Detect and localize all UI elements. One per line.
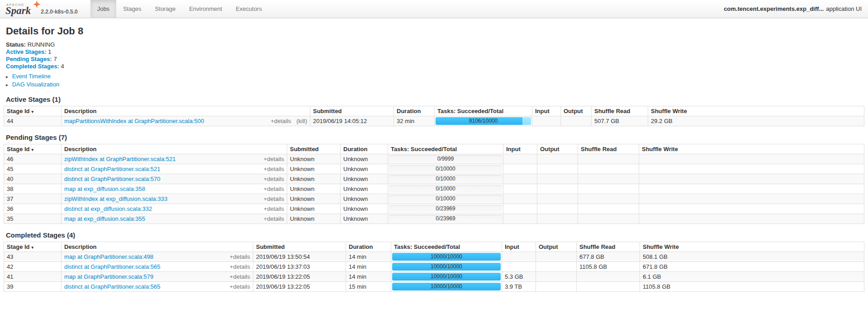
stage-description-link[interactable]: zipWithIndex at exp_diffusion.scala:333 bbox=[64, 195, 167, 202]
column-header-input[interactable]: Input bbox=[503, 144, 537, 154]
stage-row: 40 distinct at GraphPartitioner.scala:57… bbox=[4, 174, 864, 184]
stage-row: 42 distinct at GraphPartitioner.scala:56… bbox=[4, 262, 864, 272]
stage-description-link[interactable]: map at exp_diffusion.scala:358 bbox=[64, 186, 145, 192]
shuffle-write-cell bbox=[639, 174, 864, 184]
stage-description-link[interactable]: mapPartitionsWithIndex at GraphPartition… bbox=[64, 118, 204, 124]
details-toggle[interactable]: +details bbox=[230, 273, 250, 280]
column-header-input[interactable]: Input bbox=[502, 242, 536, 252]
details-toggle[interactable]: +details bbox=[270, 118, 291, 124]
column-header-description[interactable]: Description bbox=[62, 106, 310, 116]
stage-id-cell: 41 bbox=[4, 272, 62, 282]
column-header-tasks-succeeded-total[interactable]: Tasks: Succeeded/Total bbox=[388, 144, 503, 154]
duration-cell: 32 min bbox=[394, 116, 435, 126]
column-header-tasks-succeeded-total[interactable]: Tasks: Succeeded/Total bbox=[391, 242, 502, 252]
tasks-cell: 0/10000 bbox=[388, 194, 503, 204]
column-header-input[interactable]: Input bbox=[532, 106, 561, 116]
details-toggle[interactable]: +details bbox=[264, 176, 284, 182]
navbar-tabs: Jobs Stages Storage Environment Executor… bbox=[90, 0, 269, 18]
column-header-description[interactable]: Description bbox=[62, 242, 253, 252]
dag-visualization-toggle[interactable]: ▸ DAG Visualization bbox=[6, 81, 864, 88]
tasks-cell: 0/10000 bbox=[388, 174, 503, 184]
column-header-shuffle-write[interactable]: Shuffle Write bbox=[648, 106, 864, 116]
column-header-submitted[interactable]: Submitted bbox=[253, 242, 346, 252]
column-header-label: Tasks: Succeeded/Total bbox=[391, 146, 457, 152]
top-navbar: APACHE Spark 2.2.0-k8s-0.5.0 Jobs Stages… bbox=[0, 0, 868, 18]
details-toggle[interactable]: +details bbox=[264, 215, 284, 222]
column-header-duration[interactable]: Duration bbox=[341, 144, 388, 154]
spark-version: 2.2.0-k8s-0.5.0 bbox=[41, 9, 77, 15]
active-stages-link[interactable]: Active Stages: bbox=[6, 48, 47, 55]
expand-arrow-icon: ▸ bbox=[6, 82, 8, 87]
column-header-output[interactable]: Output bbox=[537, 144, 578, 154]
column-header-output[interactable]: Output bbox=[561, 106, 592, 116]
stage-description-link[interactable]: distinct at GraphPartitioner.scala:565 bbox=[64, 283, 160, 290]
pending-stages-table: Stage Id▾DescriptionSubmittedDurationTas… bbox=[4, 144, 864, 224]
details-toggle[interactable]: +details bbox=[264, 205, 284, 212]
column-header-shuffle-read[interactable]: Shuffle Read bbox=[578, 144, 639, 154]
description-actions: +details bbox=[264, 186, 284, 192]
submitted-cell: 2019/06/19 13:37:03 bbox=[253, 262, 346, 272]
task-progress-bar: 0/10000 bbox=[389, 195, 502, 203]
column-header-submitted[interactable]: Submitted bbox=[310, 106, 394, 116]
details-toggle[interactable]: +details bbox=[264, 186, 284, 192]
details-toggle[interactable]: +details bbox=[264, 156, 284, 162]
column-header-description[interactable]: Description bbox=[62, 144, 287, 154]
column-header-label: Duration bbox=[349, 243, 373, 250]
details-toggle[interactable]: +details bbox=[230, 283, 250, 290]
tab-stages-link[interactable]: Stages bbox=[116, 0, 148, 18]
tab-storage-link[interactable]: Storage bbox=[148, 0, 183, 18]
column-header-duration[interactable]: Duration bbox=[394, 106, 435, 116]
tab-executors-link[interactable]: Executors bbox=[229, 0, 269, 18]
column-header-submitted[interactable]: Submitted bbox=[287, 144, 341, 154]
input-cell bbox=[532, 116, 561, 126]
details-toggle[interactable]: +details bbox=[230, 253, 250, 260]
details-toggle[interactable]: +details bbox=[264, 166, 284, 172]
column-header-duration[interactable]: Duration bbox=[346, 242, 391, 252]
stage-description-link[interactable]: zipWithIndex at GraphPartitioner.scala:5… bbox=[64, 156, 175, 162]
details-toggle[interactable]: +details bbox=[230, 263, 250, 270]
stage-description-link[interactable]: distinct at GraphPartitioner.scala:521 bbox=[64, 166, 160, 172]
column-header-shuffle-write[interactable]: Shuffle Write bbox=[640, 242, 864, 252]
completed-stages-link[interactable]: Completed Stages: bbox=[6, 63, 59, 70]
column-header-shuffle-write[interactable]: Shuffle Write bbox=[639, 144, 864, 154]
column-header-shuffle-read[interactable]: Shuffle Read bbox=[577, 242, 640, 252]
pending-stages-link[interactable]: Pending Stages: bbox=[6, 56, 52, 62]
dag-visualization-link[interactable]: DAG Visualization bbox=[12, 81, 60, 88]
input-cell bbox=[503, 194, 537, 204]
column-header-stage-id[interactable]: Stage Id▾ bbox=[4, 242, 62, 252]
event-timeline-link[interactable]: Event Timeline bbox=[12, 73, 51, 80]
stage-id-cell: 44 bbox=[4, 116, 62, 126]
description-actions: +details bbox=[230, 283, 250, 290]
output-cell bbox=[537, 184, 578, 194]
stage-description-link[interactable]: map at GraphPartitioner.scala:579 bbox=[64, 273, 153, 280]
kill-link[interactable]: (kill) bbox=[296, 118, 307, 124]
column-header-stage-id[interactable]: Stage Id▾ bbox=[4, 106, 62, 116]
completed-stages-section-title: Completed Stages (4) bbox=[6, 231, 864, 239]
stage-description-link[interactable]: map at GraphPartitioner.scala:498 bbox=[64, 253, 153, 260]
task-progress-label: 10000/10000 bbox=[392, 273, 501, 281]
tasks-cell: 10000/10000 bbox=[391, 262, 502, 272]
column-header-output[interactable]: Output bbox=[536, 242, 577, 252]
task-progress-bar: 9106/10000 bbox=[436, 117, 531, 125]
stage-description-link[interactable]: map at exp_diffusion.scala:355 bbox=[64, 215, 145, 222]
event-timeline-toggle[interactable]: ▸ Event Timeline bbox=[6, 73, 864, 80]
stage-id-cell: 37 bbox=[4, 194, 62, 204]
column-header-stage-id[interactable]: Stage Id▾ bbox=[4, 144, 62, 154]
shuffle-write-cell: 508.1 GB bbox=[640, 252, 864, 262]
task-progress-bar: 0/9999 bbox=[389, 155, 502, 163]
column-header-tasks-succeeded-total[interactable]: Tasks: Succeeded/Total bbox=[435, 106, 532, 116]
details-toggle[interactable]: +details bbox=[264, 195, 284, 202]
tab-environment-link[interactable]: Environment bbox=[182, 0, 229, 18]
tab-jobs-link[interactable]: Jobs bbox=[90, 0, 116, 18]
stage-description-link[interactable]: distinct at GraphPartitioner.scala:565 bbox=[64, 263, 160, 270]
active-stages-section-title: Active Stages (1) bbox=[6, 95, 864, 103]
description-cell: map at GraphPartitioner.scala:498 +detai… bbox=[62, 252, 253, 262]
column-header-label: Description bbox=[64, 146, 97, 152]
duration-cell: Unknown bbox=[341, 214, 388, 224]
stage-description-link[interactable]: distinct at GraphPartitioner.scala:570 bbox=[64, 176, 160, 182]
shuffle-write-cell bbox=[639, 164, 864, 174]
tasks-cell: 10000/10000 bbox=[391, 282, 502, 292]
stage-description-link[interactable]: distinct at exp_diffusion.scala:332 bbox=[64, 205, 152, 212]
column-header-shuffle-read[interactable]: Shuffle Read bbox=[592, 106, 648, 116]
description-cell: distinct at GraphPartitioner.scala:565 +… bbox=[62, 282, 253, 292]
